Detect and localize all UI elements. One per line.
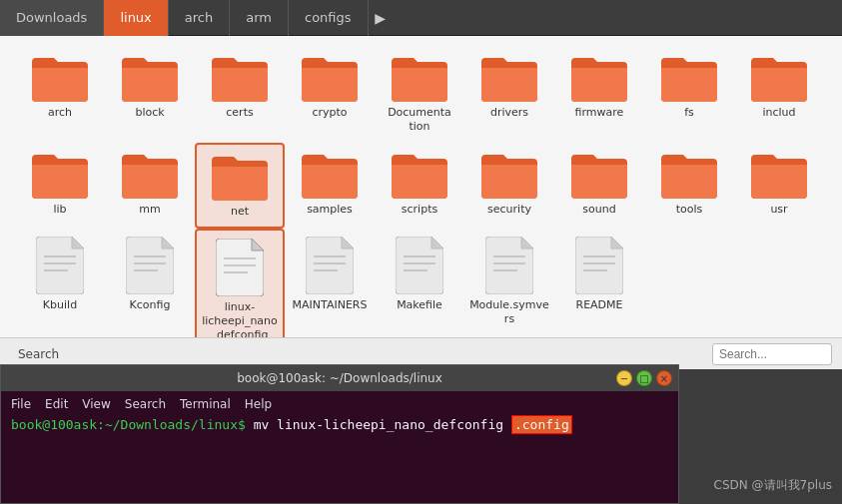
- file-kbuild[interactable]: Kbuild: [15, 229, 105, 337]
- file-label: Kconfig: [130, 298, 171, 312]
- folder-label: tools: [676, 203, 703, 217]
- folder-icon: [481, 151, 537, 199]
- menu-edit[interactable]: Edit: [45, 397, 68, 411]
- terminal-title: book@100ask: ~/Downloads/linux: [237, 371, 442, 385]
- folder-mm[interactable]: mm: [105, 143, 195, 229]
- search-input[interactable]: [712, 343, 832, 365]
- tab-downloads[interactable]: Downloads: [0, 0, 104, 36]
- file-maintainers[interactable]: MAINTAINERS: [285, 229, 375, 337]
- tab-bar: Downloads linux arch arm configs ▶: [0, 0, 842, 36]
- tab-arm[interactable]: arm: [230, 0, 289, 36]
- doc-icon: [485, 237, 533, 294]
- menu-view[interactable]: View: [82, 397, 110, 411]
- folder-icon: [571, 151, 627, 199]
- folder-net[interactable]: net: [195, 143, 285, 229]
- file-module-symvers[interactable]: Module.symvers: [464, 229, 554, 337]
- folder-icon: [392, 151, 447, 199]
- search-label: Search: [10, 345, 67, 363]
- terminal-highlight: .config: [511, 415, 572, 434]
- folder-label: samples: [307, 203, 353, 217]
- folder-label: sound: [582, 203, 615, 217]
- tab-configs[interactable]: configs: [289, 0, 369, 36]
- folder-documentation[interactable]: Documentation: [375, 46, 464, 143]
- file-label: MAINTAINERS: [293, 298, 368, 312]
- folder-icon: [392, 54, 447, 102]
- terminal-menu: File Edit View Search Terminal Help: [11, 397, 668, 411]
- folder-sound[interactable]: sound: [554, 143, 644, 229]
- folder-crypto[interactable]: crypto: [285, 46, 375, 143]
- menu-terminal[interactable]: Terminal: [180, 397, 231, 411]
- folder-block[interactable]: block: [105, 46, 195, 143]
- folder-icon: [212, 153, 268, 201]
- folder-include[interactable]: includ: [734, 46, 824, 143]
- doc-icon: [306, 237, 354, 294]
- file-kconfig[interactable]: Kconfig: [105, 229, 195, 337]
- terminal-controls: − □ ×: [616, 370, 672, 386]
- folder-arch[interactable]: arch: [15, 46, 105, 143]
- folder-label: block: [135, 106, 164, 120]
- folder-certs[interactable]: certs: [195, 46, 285, 143]
- file-readme[interactable]: README: [554, 229, 644, 337]
- folder-label: usr: [770, 203, 787, 217]
- folder-label: crypto: [312, 106, 347, 120]
- folder-security[interactable]: security: [464, 143, 554, 229]
- folder-label: Documentation: [388, 106, 451, 135]
- file-area: arch block certs crypto: [0, 36, 842, 337]
- files-grid: arch block certs crypto: [15, 46, 827, 337]
- folder-scripts[interactable]: scripts: [375, 143, 464, 229]
- folder-icon: [661, 151, 717, 199]
- folder-icon: [302, 54, 358, 102]
- folder-samples[interactable]: samples: [285, 143, 375, 229]
- folder-icon: [32, 54, 88, 102]
- file-label: README: [575, 298, 622, 312]
- file-label: Kbuild: [43, 298, 77, 312]
- file-label: Makefile: [397, 298, 442, 312]
- folder-label: fs: [684, 106, 694, 120]
- tab-more-button[interactable]: ▶: [369, 0, 393, 36]
- folder-lib[interactable]: lib: [15, 143, 105, 229]
- terminal-command: mv linux-licheepi_nano_defconfig: [254, 417, 511, 432]
- tab-linux[interactable]: linux: [104, 0, 168, 36]
- doc-icon: [126, 237, 174, 294]
- folder-label: firmware: [575, 106, 624, 120]
- terminal-window: book@100ask: ~/Downloads/linux − □ × Fil…: [0, 364, 679, 504]
- folder-icon: [751, 151, 807, 199]
- doc-icon: [36, 237, 84, 294]
- folder-icon: [212, 54, 268, 102]
- minimize-button[interactable]: −: [616, 370, 632, 386]
- folder-firmware[interactable]: firmware: [554, 46, 644, 143]
- folder-label: security: [487, 203, 531, 217]
- folder-label: drivers: [490, 106, 528, 120]
- file-defconfig[interactable]: linux-licheepi_nano_defconfig: [195, 229, 285, 337]
- file-makefile[interactable]: Makefile: [375, 229, 464, 337]
- menu-search[interactable]: Search: [125, 397, 166, 411]
- folder-icon: [32, 151, 88, 199]
- file-manager: Downloads linux arch arm configs ▶ arch: [0, 0, 842, 369]
- folder-label: net: [231, 205, 249, 219]
- folder-tools[interactable]: tools: [644, 143, 734, 229]
- folder-icon: [122, 54, 178, 102]
- menu-help[interactable]: Help: [245, 397, 272, 411]
- terminal-body: File Edit View Search Terminal Help book…: [1, 391, 678, 503]
- terminal-prompt: book@100ask:~/Downloads/linux$: [11, 417, 246, 432]
- tab-arch[interactable]: arch: [169, 0, 230, 36]
- doc-icon: [575, 237, 623, 294]
- terminal-command-line: book@100ask:~/Downloads/linux$ mv linux-…: [11, 415, 668, 435]
- file-label: Module.symvers: [469, 298, 549, 327]
- folder-fs[interactable]: fs: [644, 46, 734, 143]
- folder-usr[interactable]: usr: [734, 143, 824, 229]
- doc-icon: [216, 239, 264, 296]
- folder-drivers[interactable]: drivers: [464, 46, 554, 143]
- folder-icon: [751, 54, 807, 102]
- menu-file[interactable]: File: [11, 397, 31, 411]
- folder-label: lib: [53, 203, 66, 217]
- close-button[interactable]: ×: [656, 370, 672, 386]
- folder-icon: [571, 54, 627, 102]
- folder-icon: [481, 54, 537, 102]
- folder-label: certs: [226, 106, 253, 120]
- folder-icon: [122, 151, 178, 199]
- folder-label: includ: [762, 106, 795, 120]
- maximize-button[interactable]: □: [636, 370, 652, 386]
- file-label: linux-licheepi_nano_defconfig: [202, 300, 278, 337]
- folder-label: scripts: [402, 203, 437, 217]
